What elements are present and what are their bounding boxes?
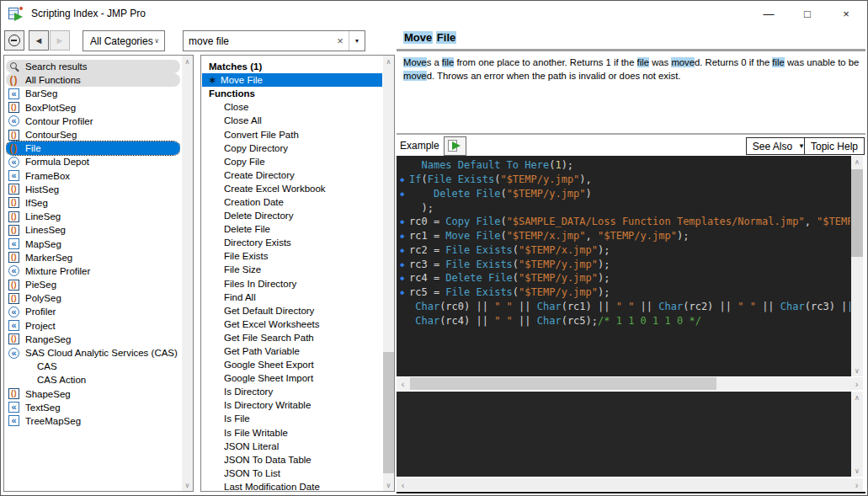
list-item-label: Functions	[209, 88, 255, 99]
forward-button[interactable]: ►	[50, 30, 70, 51]
sidebar-item[interactable]: ()PieSeg	[6, 278, 180, 291]
list-item[interactable]: Directory Exists	[202, 236, 382, 249]
list-item[interactable]: Is Directory Writable	[202, 398, 382, 412]
list-item[interactable]: Get Excel Worksheets	[202, 317, 382, 331]
sidebar-item[interactable]: ()ContourSeg	[6, 128, 180, 141]
list-item[interactable]: Get File Search Path	[202, 331, 382, 344]
list-item[interactable]: Matches (1)	[202, 60, 382, 73]
scrollbar-thumb[interactable]	[410, 377, 716, 390]
scroll-right-arrow-icon[interactable]: ›	[850, 478, 863, 491]
list-item[interactable]: Is File Writable	[202, 426, 382, 440]
sidebar-item[interactable]: ()PolySeg	[6, 291, 180, 305]
sidebar-item[interactable]: ()File	[6, 141, 180, 155]
sidebar-item[interactable]: ()BoxPlotSeg	[6, 101, 180, 115]
example-code-editor[interactable]: Names Default To Here(1);◆If(File Exists…	[397, 156, 863, 376]
topic-help-button[interactable]: Topic Help	[804, 137, 865, 155]
sidebar-item[interactable]: ()LinesSeg	[6, 223, 180, 237]
scroll-left-arrow-icon[interactable]: ‹	[397, 478, 409, 491]
list-item[interactable]: Files In Directory	[202, 277, 382, 291]
category-dropdown[interactable]: All Categories ∨	[83, 30, 165, 51]
sidebar-item[interactable]: «Project	[6, 319, 180, 333]
scroll-up-arrow-icon[interactable]: ∧	[383, 56, 394, 67]
list-item[interactable]: Copy Directory	[202, 141, 382, 155]
search-input[interactable]	[184, 35, 332, 47]
list-item[interactable]: Functions	[202, 87, 382, 100]
secondary-vertical-scrollbar[interactable]: ∧ ∨	[851, 392, 863, 477]
maximize-button[interactable]: □	[788, 1, 827, 26]
sidebar-item[interactable]: CAS Action	[6, 373, 180, 387]
list-item[interactable]: Creation Date	[202, 195, 382, 209]
search-history-dropdown-icon[interactable]: ▼	[349, 38, 365, 44]
run-example-button[interactable]	[444, 136, 466, 156]
sidebar-item[interactable]: ()LineSeg	[6, 210, 180, 223]
title-bar[interactable]: Scripting Index - JMP Pro — □ ×	[1, 1, 867, 26]
scroll-up-arrow-icon[interactable]: ∧	[182, 56, 193, 67]
clear-search-icon[interactable]: ×	[332, 35, 349, 47]
secondary-horizontal-scrollbar[interactable]: ‹ ›	[397, 478, 863, 491]
close-button[interactable]: ×	[827, 1, 865, 26]
scroll-down-arrow-icon[interactable]: ∨	[182, 479, 193, 491]
sidebar-item[interactable]: ()All Functions	[6, 73, 180, 87]
sidebar-item[interactable]: «Mixture Profiler	[6, 264, 180, 278]
scroll-left-arrow-icon[interactable]: ‹	[397, 377, 409, 390]
scroll-up-arrow-icon[interactable]: ∧	[851, 156, 863, 168]
sidebar-item[interactable]: «TreeMapSeg	[6, 414, 180, 428]
code-vertical-scrollbar[interactable]: ∧ ∨	[851, 156, 863, 376]
code-text: rc5 = File Exists("$TEMP/y.jmp");	[409, 286, 610, 298]
sidebar-item[interactable]: «FrameBox	[6, 169, 180, 183]
scroll-down-arrow-icon[interactable]: ∨	[851, 365, 863, 376]
sidebar-item[interactable]: ()RangeSeg	[6, 333, 180, 346]
back-button[interactable]: ◄	[29, 30, 49, 51]
code-horizontal-scrollbar[interactable]: ‹ ›	[397, 377, 863, 390]
scroll-down-arrow-icon[interactable]: ∨	[851, 465, 863, 477]
sidebar-item[interactable]: «Profiler	[6, 305, 180, 318]
parens-box-icon: ()	[8, 211, 19, 222]
list-item[interactable]: Find All	[202, 291, 382, 304]
scrollbar-thumb[interactable]	[383, 352, 394, 473]
sidebar-vertical-scrollbar[interactable]: ∧ ∨	[182, 56, 193, 491]
list-item[interactable]: Google Sheet Import	[202, 371, 382, 385]
sidebar-item[interactable]: «TextSeg	[6, 401, 180, 414]
sidebar-item[interactable]: ()IfSeg	[6, 196, 180, 210]
sidebar-item[interactable]: ()MarkerSeg	[6, 251, 180, 264]
list-item[interactable]: Create Directory	[202, 168, 382, 182]
sidebar-item[interactable]: «SAS Cloud Analytic Services (CAS)	[6, 346, 180, 360]
list-item[interactable]: Close All	[202, 114, 382, 127]
list-item[interactable]: Get Default Directory	[202, 304, 382, 317]
list-item[interactable]: Copy File	[202, 155, 382, 168]
sidebar-item[interactable]: ()ShapeSeg	[6, 387, 180, 401]
list-item-label: Copy Directory	[224, 143, 288, 153]
sidebar-item[interactable]: «Formula Depot	[6, 155, 180, 168]
list-item[interactable]: Is File	[202, 412, 382, 425]
list-item[interactable]: File Size	[202, 263, 382, 276]
sidebar-item[interactable]: «MapSeg	[6, 237, 180, 250]
list-item[interactable]: Last Modification Date	[202, 480, 382, 490]
scroll-down-arrow-icon[interactable]: ∨	[383, 479, 394, 491]
sidebar-item[interactable]: ()HistSeg	[6, 183, 180, 196]
list-item[interactable]: Delete File	[202, 222, 382, 236]
list-item[interactable]: JSON To List	[202, 467, 382, 480]
matches-vertical-scrollbar[interactable]: ∧ ∨	[383, 56, 394, 491]
list-item[interactable]: Is Directory	[202, 385, 382, 398]
scrollbar-thumb[interactable]	[851, 169, 863, 257]
list-item[interactable]: JSON To Data Table	[202, 453, 382, 467]
list-item[interactable]: Close	[202, 100, 382, 114]
scroll-right-arrow-icon[interactable]: ›	[850, 377, 863, 390]
sidebar-item[interactable]: «Contour Profiler	[6, 115, 180, 128]
list-item[interactable]: Google Sheet Export	[202, 358, 382, 371]
sidebar-item[interactable]: Search results	[6, 60, 180, 73]
see-also-button[interactable]: See Also ▼	[746, 137, 812, 155]
sidebar-item[interactable]: «BarSeg	[6, 87, 180, 100]
sidebar-item[interactable]: CAS	[6, 360, 180, 373]
collapse-button[interactable]	[4, 30, 24, 51]
list-item[interactable]: Get Path Variable	[202, 344, 382, 358]
list-item[interactable]: ∗Move File	[202, 73, 382, 87]
list-item[interactable]: JSON Literal	[202, 440, 382, 453]
list-item[interactable]: Convert File Path	[202, 127, 382, 141]
scroll-up-arrow-icon[interactable]: ∧	[851, 392, 863, 403]
secondary-script-panel[interactable]: ∧ ∨	[397, 392, 863, 477]
list-item[interactable]: Delete Directory	[202, 209, 382, 222]
list-item[interactable]: File Exists	[202, 249, 382, 263]
list-item[interactable]: Create Excel Workbook	[202, 182, 382, 195]
minimize-button[interactable]: —	[749, 1, 788, 26]
